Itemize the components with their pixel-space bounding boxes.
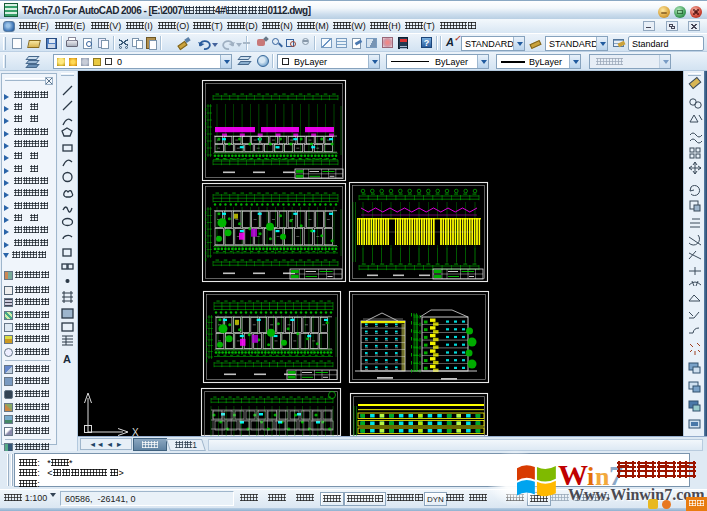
svg-text:X: X [132, 427, 139, 436]
svg-text:A: A [63, 353, 71, 365]
